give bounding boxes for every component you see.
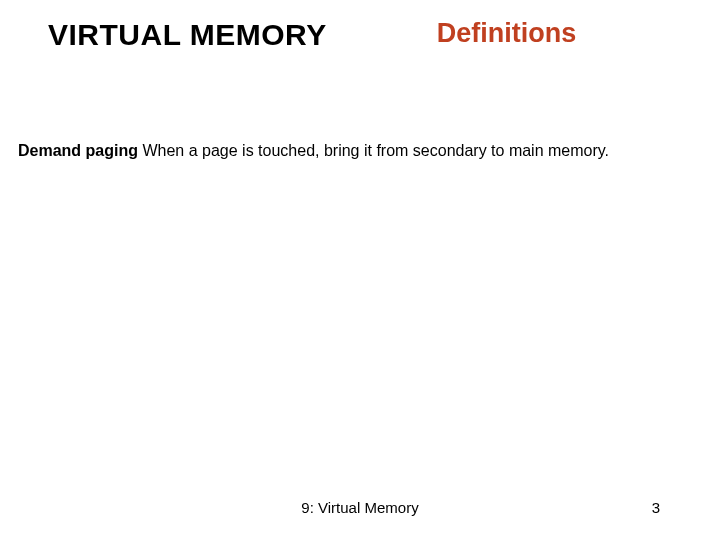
- definition-line: Demand paging When a page is touched, br…: [18, 142, 720, 160]
- definition-text: When a page is touched, bring it from se…: [138, 142, 609, 159]
- slide-title: VIRTUAL MEMORY: [48, 18, 327, 52]
- slide-subtitle: Definitions: [437, 18, 577, 49]
- footer-page-number: 3: [652, 499, 660, 516]
- definition-term: Demand paging: [18, 142, 138, 159]
- slide-header: VIRTUAL MEMORY Definitions: [0, 0, 720, 52]
- footer-chapter-label: 9: Virtual Memory: [301, 499, 418, 516]
